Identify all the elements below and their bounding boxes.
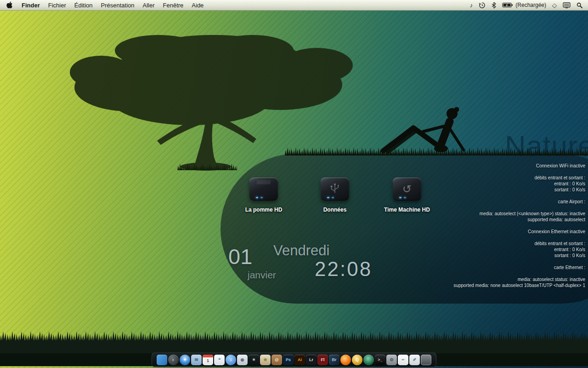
displays-menu-icon[interactable] xyxy=(563,2,571,8)
ichat-glyph: ❝ xyxy=(218,358,220,362)
system-stats: Connexion WiFi inactivedébits entrant et… xyxy=(453,163,585,288)
apple-menu[interactable] xyxy=(0,1,17,9)
time-machine-drive-icon: ↺ xyxy=(393,178,421,201)
dock-icon-preview[interactable]: ◉ xyxy=(237,355,248,365)
ical-glyph: 1 xyxy=(207,359,209,363)
dock-icon-flash[interactable]: Fl xyxy=(317,355,328,365)
menu-aide[interactable]: Aide xyxy=(187,2,208,9)
dock-icon-bridge[interactable]: Br xyxy=(329,355,339,365)
clock-weekday: Vendredi xyxy=(273,242,329,259)
stat-line: supported media: none autoselect 10baseT… xyxy=(453,282,585,288)
ical-band xyxy=(203,355,213,357)
stat-line: Connexion WiFi inactive xyxy=(453,163,585,169)
address-book-glyph: @ xyxy=(275,358,279,362)
menubar: Finder Fichier Édition Présentation Alle… xyxy=(0,0,588,11)
dock-icon-firefox[interactable] xyxy=(340,355,351,365)
menu-fichier[interactable]: Fichier xyxy=(44,2,70,9)
menu-fenetre[interactable]: Fenêtre xyxy=(159,2,188,9)
stat-line xyxy=(453,169,585,175)
dock-icon-iphoto[interactable]: ❀ xyxy=(260,355,271,365)
stat-line: débits entrant et sortant : xyxy=(453,241,585,247)
drive-time-machine-hd[interactable]: ↺ Time Machine HD xyxy=(373,178,441,213)
stat-line xyxy=(453,223,585,229)
stat-line: supported media: autoselect xyxy=(453,217,585,223)
drive-label: Données xyxy=(323,207,347,213)
stat-line: débits entrant et sortant : xyxy=(453,175,585,181)
drive-led xyxy=(260,197,263,198)
stat-line: media: autoselect status: inactive xyxy=(453,276,585,282)
dock-icon-lightroom[interactable]: Lr xyxy=(306,355,317,365)
dock-icon-ink-pen[interactable]: ✐ xyxy=(409,355,420,365)
drive-label: La pomme HD xyxy=(245,207,283,213)
drive-vents xyxy=(257,181,271,184)
dock-icon-system-preferences[interactable]: ⚙ xyxy=(386,355,397,365)
photoshop-glyph: Ps xyxy=(286,358,291,362)
hard-drive-icon xyxy=(249,178,278,201)
clock-day-number: 01 xyxy=(228,244,252,269)
stat-line xyxy=(453,193,585,199)
dock-icon-address-book[interactable]: @ xyxy=(271,355,282,365)
drive-led xyxy=(332,197,334,198)
dock-icon-ichat[interactable]: ❝ xyxy=(214,355,225,365)
dock-icon-safari[interactable]: ✦ xyxy=(180,355,190,365)
usb-drive-icon xyxy=(321,178,349,201)
illustrator-glyph: Ai xyxy=(298,358,302,362)
stat-line: carte Ethernet : xyxy=(453,264,585,270)
dock-icon-mail[interactable]: ✉ xyxy=(191,355,202,365)
itunes-glyph: ♫ xyxy=(229,358,232,362)
iphoto-glyph: ❀ xyxy=(264,358,267,362)
itunes-menu-icon[interactable]: ♪ xyxy=(470,2,473,9)
dock-icon-terminal[interactable]: >_ xyxy=(375,355,385,365)
dock-icon-finder[interactable] xyxy=(157,355,167,365)
time-machine-menu-icon[interactable] xyxy=(479,2,486,9)
dock: ◐✦✉1❝♫◉✶❀@PsAiLrFlBrQ>_⚙✒✐ xyxy=(152,352,436,368)
lightroom-glyph: Lr xyxy=(309,358,313,362)
spotlight-star-glyph: ✶ xyxy=(252,358,256,362)
terminal-glyph: >_ xyxy=(378,358,382,362)
stat-line xyxy=(453,235,585,241)
drive-la-pomme-hd[interactable]: La pomme HD xyxy=(229,178,298,213)
stat-line: entrant : 0 Ko/s xyxy=(453,181,585,187)
dashboard-glyph: ◐ xyxy=(172,358,175,362)
dock-icon-trash[interactable] xyxy=(421,355,431,365)
stat-line xyxy=(453,270,585,276)
stat-line: sortant : 0 Ko/s xyxy=(453,187,585,193)
menu-edition[interactable]: Édition xyxy=(70,2,97,9)
dock-icon-spotlight-star[interactable]: ✶ xyxy=(249,355,259,365)
dock-icon-photoshop[interactable]: Ps xyxy=(283,355,294,365)
dock-icon-dashboard[interactable]: ◐ xyxy=(168,355,179,365)
drive-led xyxy=(399,197,401,198)
system-preferences-glyph: ⚙ xyxy=(390,358,393,362)
dock-icon-quicktime[interactable]: Q xyxy=(352,355,362,365)
menu-presentation[interactable]: Présentation xyxy=(97,2,139,9)
dock-icon-illustrator[interactable]: Ai xyxy=(294,355,305,365)
usb-symbol-icon xyxy=(329,183,340,196)
stat-line xyxy=(453,205,585,211)
menu-aller[interactable]: Aller xyxy=(139,2,159,9)
grass-tuft-tree xyxy=(177,162,237,172)
clock-month: janvier xyxy=(248,270,276,281)
drive-donnees[interactable]: Données xyxy=(300,178,369,213)
stat-line: Connexion Ethernet inactive xyxy=(453,229,585,235)
dock-icon-ical[interactable]: 1 xyxy=(203,355,213,365)
stat-line xyxy=(453,259,585,264)
dock-icons: ◐✦✉1❝♫◉✶❀@PsAiLrFlBrQ>_⚙✒✐ xyxy=(157,355,431,365)
dock-icon-camera-lens[interactable] xyxy=(363,355,374,365)
menu-finder[interactable]: Finder xyxy=(17,2,44,9)
apple-icon xyxy=(6,1,13,9)
drive-led xyxy=(404,197,406,198)
battery-icon xyxy=(502,2,513,8)
stat-line: carte Airport : xyxy=(453,199,585,205)
flash-glyph: Fl xyxy=(321,358,325,362)
spotlight-menu-icon[interactable] xyxy=(577,2,582,8)
spaces-diamond-menu-icon[interactable]: ◇ xyxy=(552,2,557,9)
stat-line: media: autoselect (<unknown type>) statu… xyxy=(453,211,585,217)
bluetooth-menu-icon[interactable] xyxy=(492,2,496,9)
bridge-glyph: Br xyxy=(332,358,336,362)
battery-menu[interactable]: (Rechargée) xyxy=(502,2,546,8)
battery-label: (Rechargée) xyxy=(515,2,546,8)
dock-icon-white-quill[interactable]: ✒ xyxy=(398,355,408,365)
dock-icon-itunes[interactable]: ♫ xyxy=(226,355,236,365)
stat-line: entrant : 0 Ko/s xyxy=(453,247,585,253)
white-quill-glyph: ✒ xyxy=(401,358,405,362)
